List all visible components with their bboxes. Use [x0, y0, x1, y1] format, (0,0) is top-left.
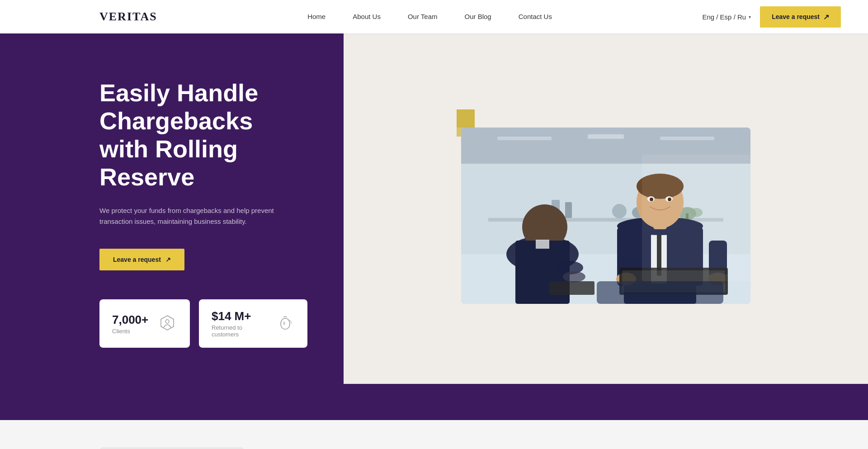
hero-image — [461, 128, 750, 304]
svg-rect-11 — [565, 202, 572, 218]
hero-content: Easily Handle Chargebacks with Rolling R… — [99, 79, 307, 299]
hero-subtitle: We protect your funds from chargebacks a… — [99, 205, 298, 227]
hero-right-panel — [344, 33, 868, 384]
stats-row: 7,000+ Clients $14 M+ Returned to cust — [99, 299, 307, 348]
nav-links: Home About Us Our Team Our Blog Contact … — [307, 13, 552, 21]
svg-rect-7 — [660, 137, 714, 140]
hero-title: Easily Handle Chargebacks with Rolling R… — [99, 79, 307, 191]
stat-card-clients: 7,000+ Clients — [99, 299, 190, 348]
nav-link-blog[interactable]: Our Blog — [465, 13, 491, 20]
language-selector[interactable]: Eng / Esp / Ru ▾ — [702, 13, 751, 21]
nav-item-team[interactable]: Our Team — [408, 13, 438, 21]
nav-link-about[interactable]: About Us — [353, 13, 381, 20]
nav-link-contact[interactable]: Contact Us — [519, 13, 552, 20]
stat-card-money: $14 M+ Returned to customers $ — [199, 299, 307, 348]
hero-cta-arrow-icon: ↗ — [165, 256, 171, 263]
hero-image-wrapper — [461, 114, 750, 304]
nav-right: Eng / Esp / Ru ▾ Leave a request ↗ — [702, 6, 841, 28]
svg-rect-44 — [642, 155, 750, 281]
svg-point-1 — [165, 320, 169, 323]
navbar: VERITAS Home About Us Our Team Our Blog … — [0, 0, 868, 33]
svg-rect-21 — [536, 240, 549, 249]
nav-link-team[interactable]: Our Team — [408, 13, 438, 20]
svg-rect-6 — [588, 134, 624, 139]
nav-item-contact[interactable]: Contact Us — [519, 13, 552, 21]
hero-section: Easily Handle Chargebacks with Rolling R… — [0, 33, 868, 384]
nav-link-home[interactable]: Home — [307, 13, 326, 20]
svg-point-23 — [563, 271, 585, 282]
clients-icon — [157, 314, 177, 334]
svg-rect-5 — [497, 137, 552, 140]
bottom-purple-strip — [0, 384, 868, 420]
hero-left-panel: Easily Handle Chargebacks with Rolling R… — [0, 33, 344, 384]
stat-number-clients: 7,000+ — [112, 313, 148, 327]
decorative-square-1 — [457, 109, 475, 128]
svg-point-12 — [612, 204, 627, 218]
nav-item-home[interactable]: Home — [307, 13, 326, 21]
hero-cta-button[interactable]: Leave a request ↗ — [99, 249, 184, 270]
below-fold-card — [99, 447, 244, 449]
nav-item-about[interactable]: About Us — [353, 13, 381, 21]
svg-marker-0 — [161, 316, 174, 330]
money-icon: $ — [276, 314, 295, 334]
below-fold-section — [0, 420, 868, 449]
svg-rect-24 — [549, 281, 594, 295]
nav-cta-label: Leave a request — [772, 13, 820, 20]
hero-cta-label: Leave a request — [113, 256, 161, 263]
svg-rect-43 — [597, 281, 723, 304]
stat-number-money: $14 M+ — [212, 309, 267, 323]
arrow-icon: ↗ — [823, 13, 829, 21]
stat-info-clients: 7,000+ Clients — [112, 313, 148, 335]
stat-label-money: Returned to customers — [212, 324, 267, 338]
logo: VERITAS — [99, 10, 157, 24]
meeting-scene-svg — [461, 128, 750, 304]
stat-info-money: $14 M+ Returned to customers — [212, 309, 267, 338]
nav-item-blog[interactable]: Our Blog — [465, 13, 491, 21]
language-label: Eng / Esp / Ru — [702, 13, 746, 21]
svg-text:$: $ — [283, 321, 285, 326]
nav-leave-request-button[interactable]: Leave a request ↗ — [760, 6, 841, 28]
stat-label-clients: Clients — [112, 328, 148, 335]
chevron-down-icon: ▾ — [749, 14, 751, 19]
